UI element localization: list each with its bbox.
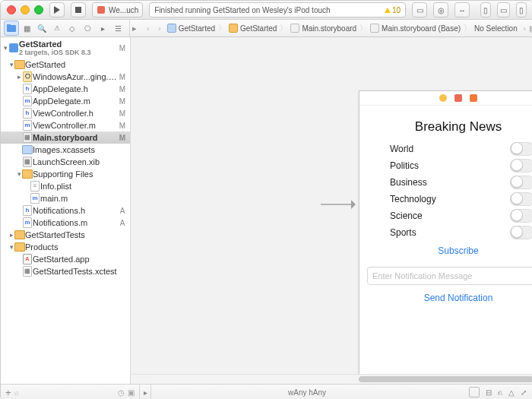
project-root[interactable]: ▾ GetStarted 2 targets, iOS SDK 8.3 M <box>1 37 130 59</box>
jump-forward[interactable]: › <box>155 24 163 33</box>
group-getstarted[interactable]: ▾GetStarted <box>1 59 130 71</box>
debug-navigator-tab[interactable]: ⎔ <box>80 21 95 36</box>
add-target-button[interactable]: + <box>5 387 11 398</box>
category-label[interactable]: Politics <box>390 160 419 171</box>
horizontal-scrollbar[interactable] <box>131 374 532 384</box>
filter-field[interactable]: ⌕ <box>14 388 115 397</box>
impl-file-icon: m <box>23 217 32 228</box>
document-outline-toggle[interactable]: ▸ <box>140 385 151 399</box>
folder-icon <box>14 230 25 239</box>
switch-science[interactable] <box>510 209 532 223</box>
file-viewcontroller-m[interactable]: mViewController.mM <box>1 119 130 131</box>
category-label[interactable]: World <box>390 144 413 154</box>
close-icon[interactable] <box>7 5 16 14</box>
file-info-plist[interactable]: ≡Info.plist <box>1 180 130 192</box>
group-supporting[interactable]: ▾Supporting Files <box>1 168 130 180</box>
file-appdelegate-m[interactable]: mAppDelegate.mM <box>1 95 130 107</box>
minimize-icon[interactable] <box>21 5 30 14</box>
navigator-resize-handle[interactable]: ▸ <box>130 24 139 33</box>
zoom-icon[interactable] <box>34 5 43 14</box>
editor-mode-version[interactable]: ↔ <box>454 2 470 17</box>
align-icon[interactable]: ⊟ <box>486 388 492 397</box>
category-label[interactable]: Science <box>390 211 423 221</box>
test-navigator-tab[interactable]: ◇ <box>65 21 80 36</box>
notification-input[interactable]: Enter Notification Message <box>367 267 532 285</box>
resolve-icon[interactable]: △ <box>508 388 515 397</box>
file-launchscreen[interactable]: ▦LaunchScreen.xib <box>1 156 130 168</box>
disclosure-icon[interactable]: ▸ <box>8 231 14 239</box>
toggle-utilities[interactable]: ▯ <box>516 2 527 17</box>
group-products[interactable]: ▾Products <box>1 241 130 253</box>
breakpoint-navigator-tab[interactable]: ▸ <box>95 21 110 36</box>
product-xctest[interactable]: ▦GetStartedTests.xctest <box>1 265 130 277</box>
ib-canvas[interactable]: Breaking News World Politics Business Te… <box>131 37 532 384</box>
jump-back[interactable]: ‹ <box>144 24 152 33</box>
size-class-control[interactable]: wAny hAny <box>151 388 463 397</box>
crumb-file[interactable]: Main.storyboard <box>290 24 356 33</box>
crumb-variant[interactable]: Main.storyboard (Base) <box>370 24 461 33</box>
send-notification-button[interactable]: Send Notification <box>359 293 532 303</box>
view-controller-scene[interactable]: Breaking News World Politics Business Te… <box>359 90 532 381</box>
switch-technology[interactable] <box>510 192 532 206</box>
crumb-project[interactable]: GetStarted <box>167 24 215 33</box>
subscribe-button[interactable]: Subscribe <box>359 245 532 256</box>
scroll-thumb[interactable] <box>359 376 532 382</box>
product-app[interactable]: AGetStarted.app <box>1 253 130 265</box>
file-notifications-h[interactable]: hNotifications.hA <box>1 204 130 217</box>
recent-filter-icon[interactable]: ◷ <box>118 388 125 397</box>
zoom-out-icon[interactable] <box>469 387 480 397</box>
file-tree[interactable]: ▾ GetStarted 2 targets, iOS SDK 8.3 M ▾G… <box>1 37 130 384</box>
file-appdelegate-h[interactable]: hAppDelegate.hM <box>1 83 130 95</box>
file-viewcontroller-h[interactable]: hViewController.hM <box>1 107 130 119</box>
scene-dock[interactable] <box>359 91 532 106</box>
related-items-prev[interactable]: ‹ <box>521 24 529 33</box>
switch-sports[interactable] <box>510 226 532 239</box>
switch-world[interactable] <box>510 142 532 156</box>
run-button[interactable] <box>49 2 65 17</box>
disclosure-icon[interactable]: ▾ <box>8 243 14 251</box>
stop-button[interactable] <box>71 2 86 17</box>
scm-filter-icon[interactable]: ▣ <box>128 388 135 397</box>
toggle-navigator[interactable]: ▯ <box>480 2 491 17</box>
title-label[interactable]: Breaking News <box>359 119 532 135</box>
editor-mode-assistant[interactable]: ◎ <box>433 2 448 17</box>
disclosure-icon[interactable]: ▾ <box>2 44 8 52</box>
first-responder-icon[interactable] <box>454 94 462 102</box>
file-images-xcassets[interactable]: Images.xcassets <box>1 144 130 156</box>
editor-mode-standard[interactable]: ▭ <box>412 2 427 17</box>
related-items-icon[interactable]: ▤ <box>529 24 532 33</box>
disclosure-icon[interactable]: ▾ <box>8 61 14 68</box>
switch-business[interactable] <box>510 176 532 189</box>
file-framework[interactable]: ▸⎔WindowsAzur...ging.frameworkM <box>1 71 130 83</box>
switch-politics[interactable] <box>510 159 532 173</box>
crumb-group[interactable]: GetStarted <box>229 24 277 33</box>
file-notifications-m[interactable]: mNotifications.mA <box>1 217 130 229</box>
vc-icon[interactable] <box>439 94 447 102</box>
impl-file-icon: m <box>23 96 32 106</box>
report-navigator-tab[interactable]: ☰ <box>110 21 125 36</box>
pin-icon[interactable]: ⎌ <box>498 388 502 397</box>
disclosure-icon[interactable]: ▾ <box>16 170 22 178</box>
category-label[interactable]: Technology <box>390 194 436 204</box>
exit-icon[interactable] <box>470 94 477 102</box>
symbol-navigator-tab[interactable]: ▦ <box>19 21 34 36</box>
resize-icon[interactable]: ⤢ <box>521 388 527 397</box>
project-navigator-tab[interactable] <box>4 21 19 36</box>
scheme-label: We...uch <box>109 6 138 14</box>
crumb-selection[interactable]: No Selection <box>474 24 518 33</box>
category-label[interactable]: Sports <box>390 227 416 238</box>
issue-navigator-tab[interactable]: ⚠ <box>49 21 65 36</box>
find-navigator-tab[interactable]: 🔍 <box>34 21 49 36</box>
warning-badge[interactable]: 10 <box>385 6 401 14</box>
file-main-storyboard[interactable]: ▦Main.storyboardM <box>1 131 130 144</box>
group-tests[interactable]: ▸GetStartedTests <box>1 229 130 241</box>
toggle-debug[interactable]: ▭ <box>497 2 510 17</box>
initial-vc-arrow[interactable] <box>321 197 356 214</box>
category-label[interactable]: Business <box>390 177 427 188</box>
jump-bar[interactable]: ‹ › GetStarted 〉 GetStarted 〉 Main.story… <box>139 23 532 33</box>
canvas-controls: ⊟ ⎌ △ ⤢ <box>463 387 532 397</box>
assistant-editor-icon: ◎ <box>436 5 445 14</box>
disclosure-icon[interactable]: ▸ <box>16 73 22 81</box>
scheme-selector[interactable]: We...uch <box>92 2 143 17</box>
file-main-m[interactable]: mmain.m <box>1 192 130 204</box>
